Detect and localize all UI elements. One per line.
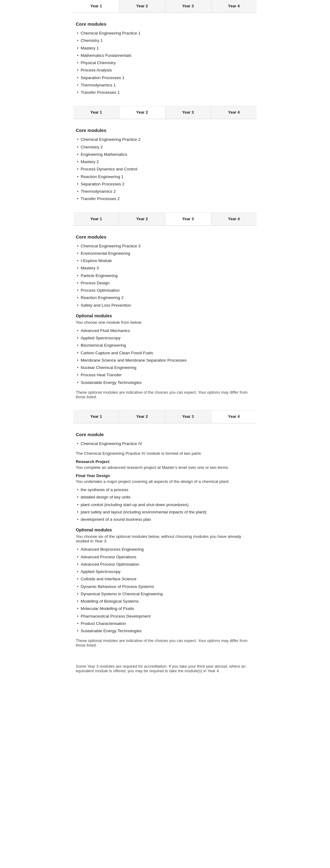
list-item: Chemical Engineering Practice 1 (76, 30, 254, 37)
list-item: Applied Spectroscopy (76, 568, 254, 576)
core-modules-title-2: Core modules (76, 128, 254, 133)
year-tabs-1: Year 1 Year 2 Year 3 Year 4 (73, 0, 257, 13)
year-section-4: Year 1 Year 2 Year 3 Year 4 Core module … (73, 410, 257, 659)
optional-modules-title-3: Optional modules (76, 313, 254, 318)
tab-year1-active[interactable]: Year 1 (73, 0, 119, 12)
list-item: detailed design of key units (76, 494, 254, 501)
list-item: I-Explore Module (76, 257, 254, 265)
year-section-3: Year 1 Year 2 Year 3 Year 4 Core modules… (73, 213, 257, 410)
final-year-module-list: the synthesis of a process detailed desi… (76, 486, 254, 523)
tab-year2-active[interactable]: Year 2 (119, 106, 165, 119)
list-item: Chemical Engineering Practice 3 (76, 243, 254, 250)
tab-year4[interactable]: Year 4 (211, 213, 257, 225)
list-item: Advanced Fluid Mechanics (76, 327, 254, 335)
tab-year1[interactable]: Year 1 (73, 410, 119, 423)
tab-year3[interactable]: Year 3 (165, 106, 211, 119)
optional-modules-title-4: Optional modules (76, 527, 254, 532)
list-item: Separation Processes 1 (76, 74, 254, 82)
list-item: Chemical Engineering Practice 2 (76, 136, 254, 143)
optional-module-list-3: Advanced Fluid Mechanics Applied Spectro… (76, 327, 254, 386)
list-item: Process Design (76, 279, 254, 287)
tab-year3-active[interactable]: Year 3 (165, 213, 211, 225)
tab-year4[interactable]: Year 4 (211, 106, 257, 119)
year-tabs-3: Year 1 Year 2 Year 3 Year 4 (73, 213, 257, 226)
optional-note-4: These optional modules are indicative of… (76, 638, 254, 648)
list-item: Safety and Loss Prevention (76, 302, 254, 309)
core-desc-4: The Chemical Engineering Practice IV mod… (76, 451, 254, 456)
sub-section-research-text: You complete an advanced research projec… (76, 465, 254, 470)
list-item: plant safety and layout (including envir… (76, 508, 254, 516)
optional-module-list-4: Advanced Bioprocess Engineering Advanced… (76, 546, 254, 635)
optional-desc-3: You choose one module from below. (76, 320, 254, 325)
core-module-list-1: Chemical Engineering Practice 1 Chemistr… (76, 30, 254, 96)
tab-year4[interactable]: Year 4 (211, 0, 257, 12)
list-item: Carbon Capture and Clean Fossil Fuels (76, 349, 254, 357)
tab-year2[interactable]: Year 2 (119, 0, 165, 12)
year-tabs-2: Year 1 Year 2 Year 3 Year 4 (73, 106, 257, 119)
list-item: Nuclear Chemical Engineering (76, 364, 254, 371)
list-item: Advanced Process Operations (76, 553, 254, 561)
list-item: Membrane Science and Membrane Separation… (76, 357, 254, 364)
list-item: Mastery 3 (76, 265, 254, 272)
list-item: Applied Spectroscopy (76, 335, 254, 342)
list-item: Product Characterisation (76, 620, 254, 627)
list-item: Thermodynamics 1 (76, 82, 254, 89)
list-item: Mathematics Fundamentals (76, 52, 254, 59)
list-item: Mastery 1 (76, 44, 254, 52)
list-item: Mastery 2 (76, 158, 254, 165)
list-item: plant control (including start-up and sh… (76, 501, 254, 508)
tab-year3[interactable]: Year 3 (165, 410, 211, 423)
core-modules-title-1: Core modules (76, 21, 254, 27)
list-item: Chemistry 2 (76, 144, 254, 151)
list-item: Modelling of Biological Systems (76, 598, 254, 605)
list-item: Process Dynamics and Control (76, 165, 254, 173)
sub-section-finalyear-title: Final Year Design (76, 473, 254, 478)
list-item: Process Optimisation (76, 287, 254, 294)
tab-year3[interactable]: Year 3 (165, 0, 211, 12)
list-item: Process Analysis (76, 67, 254, 74)
core-module-title-4: Core module (76, 432, 254, 437)
year-tabs-4: Year 1 Year 2 Year 3 Year 4 (73, 410, 257, 423)
list-item: Molecular Modelling of Fluids (76, 605, 254, 612)
list-item: Reaction Engineering 2 (76, 294, 254, 302)
list-item: Thermodynamics 2 (76, 188, 254, 195)
list-item: Process Heat Transfer (76, 371, 254, 379)
list-item: Sustainable Energy Technologies (76, 627, 254, 635)
core-modules-title-3: Core modules (76, 234, 254, 240)
tab-year1[interactable]: Year 1 (73, 106, 119, 119)
sub-section-research-title: Research Project (76, 459, 254, 464)
list-item: Transfer Processes 1 (76, 89, 254, 96)
list-item: Advanced Process Optimisation (76, 561, 254, 568)
list-item: Chemical Engineering Practice IV (76, 440, 254, 447)
year-section-1: Year 1 Year 2 Year 3 Year 4 Core modules… (73, 0, 257, 106)
list-item: Particle Engineering (76, 272, 254, 279)
core-module-list-2: Chemical Engineering Practice 2 Chemistr… (76, 136, 254, 203)
list-item: Dynamic Behaviour of Process Systems (76, 583, 254, 590)
list-item: Reaction Engineering 1 (76, 173, 254, 181)
sub-section-finalyear-text: You undertake a major project covering a… (76, 479, 254, 484)
list-item: Chemistry 1 (76, 37, 254, 44)
list-item: Physical Chemistry (76, 59, 254, 67)
list-item: Transfer Processes 2 (76, 195, 254, 203)
list-item: Dynamical Systems in Chemical Engineerin… (76, 590, 254, 598)
section-year3: Core modules Chemical Engineering Practi… (73, 230, 257, 410)
list-item: Engineering Mathematics (76, 151, 254, 158)
list-item: Sustainable Energy Technologies (76, 379, 254, 386)
optional-note-3: These optional modules are indicative of… (76, 390, 254, 399)
list-item: the synthesis of a process (76, 486, 254, 494)
tab-year2[interactable]: Year 2 (119, 410, 165, 423)
list-item: Separation Processes 2 (76, 181, 254, 188)
tab-year4-active[interactable]: Year 4 (211, 410, 257, 423)
list-item: Environmental Engineering (76, 250, 254, 257)
list-item: Biochemical Engineering (76, 342, 254, 349)
optional-desc-4: You choose six of the optional modules b… (76, 534, 254, 543)
section-year1: Core modules Chemical Engineering Practi… (73, 18, 257, 106)
tab-year2[interactable]: Year 2 (119, 213, 165, 225)
core-module-list-3: Chemical Engineering Practice 3 Environm… (76, 243, 254, 309)
section-year2: Core modules Chemical Engineering Practi… (73, 124, 257, 212)
core-module-list-4: Chemical Engineering Practice IV (76, 440, 254, 447)
section-year4: Core module Chemical Engineering Practic… (73, 428, 257, 659)
tab-year1[interactable]: Year 1 (73, 213, 119, 225)
list-item: Colloids and Interface Science (76, 576, 254, 583)
list-item: Pharmaceutical Process Development (76, 613, 254, 620)
